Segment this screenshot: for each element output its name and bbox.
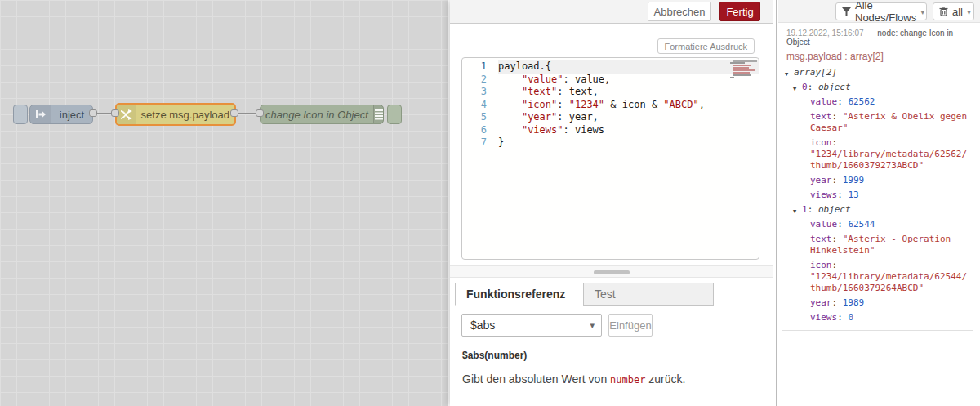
inject-output-port[interactable] <box>89 109 97 117</box>
tree-row: views: 13 <box>782 188 973 203</box>
tree-row: views: 0 <box>782 310 973 325</box>
collapse-caret-icon[interactable]: ▼ <box>793 83 796 95</box>
done-button[interactable]: Fertig <box>719 2 760 21</box>
change-output-port[interactable] <box>230 109 238 117</box>
debug-list-icon <box>373 105 384 123</box>
code-line: 5 "year": year, <box>462 111 759 124</box>
tree-row: text: "Asterix & Obelix gegen Caesar" <box>782 109 973 136</box>
cancel-button[interactable]: Abbrechen <box>648 2 711 21</box>
tab-test[interactable]: Test <box>583 283 714 306</box>
tree-row: ▼1: object <box>782 203 973 217</box>
insert-button[interactable]: Einfügen <box>608 314 653 337</box>
inject-node-label: inject <box>51 109 92 121</box>
debug-node[interactable]: change Icon in Object <box>260 105 384 124</box>
function-select[interactable]: $abs ▾ <box>461 314 602 337</box>
debug-enable-toggle[interactable] <box>387 105 402 124</box>
collapse-caret-icon[interactable]: ▼ <box>793 206 796 217</box>
panel-resize-handle[interactable] <box>594 270 630 274</box>
node-red-app: inject setze msg.payload change Icon in … <box>0 0 980 406</box>
code-line: 4 "icon": "1234" & icon & "ABCD", <box>462 99 759 112</box>
line-number: 7 <box>462 136 498 149</box>
change-input-port[interactable] <box>111 109 119 117</box>
debug-timestamp: 19.12.2022, 15:16:07 <box>786 29 864 38</box>
description-text-before: Gibt den absoluten Wert von <box>462 373 610 386</box>
tray-header: Abbrechen Fertig <box>450 0 773 24</box>
debug-node-label: change Icon in Object <box>261 109 373 121</box>
chevron-down-icon: ▾ <box>590 320 595 331</box>
line-number: 3 <box>462 86 498 99</box>
debug-sidebar: Alle Nodes/Flows ▾ all ▾ 19.12.2022, 15:… <box>773 0 980 406</box>
debug-input-port[interactable] <box>256 109 264 117</box>
tree-row: text: "Asterix - Operation Hinkelstein" <box>782 232 973 258</box>
sidebar-resize-separator[interactable] <box>776 0 777 406</box>
function-select-value: $abs <box>470 319 495 332</box>
tree-row: value: 62562 <box>782 95 973 109</box>
debug-message-path[interactable]: msg.payload : array[2] <box>782 48 973 65</box>
inject-trigger-button[interactable] <box>13 105 28 124</box>
reference-tabs: Funktionsreferenz Test <box>455 283 714 306</box>
debug-filter-label: Alle Nodes/Flows <box>855 0 916 24</box>
debug-clear-button[interactable]: all ▾ <box>933 2 974 20</box>
format-expression-button[interactable]: Formatiere Ausdruck <box>657 38 755 54</box>
line-number: 6 <box>462 124 498 137</box>
debug-message: 19.12.2022, 15:16:07 node: change Icon i… <box>782 25 973 331</box>
line-number: 1 <box>462 60 498 74</box>
debug-clear-label: all <box>952 6 963 18</box>
trash-icon <box>939 7 948 16</box>
debug-filter-button[interactable]: Alle Nodes/Flows ▾ <box>835 2 927 20</box>
function-description: Gibt den absoluten Wert von number zurüc… <box>462 373 685 386</box>
code-line: 2 "value": value, <box>462 74 759 87</box>
flow-canvas: inject setze msg.payload change Icon in … <box>0 0 448 406</box>
description-inline-code: number <box>610 374 645 386</box>
jsonata-code-editor[interactable]: 1payload.{2 "value": value,3 "text": tex… <box>461 57 760 260</box>
inject-node[interactable]: inject <box>29 105 93 124</box>
tree-row: value: 62544 <box>782 217 973 232</box>
editor-scrollbar[interactable] <box>733 60 757 62</box>
change-node-selected[interactable]: setze msg.payload <box>115 103 236 126</box>
chevron-down-icon: ▾ <box>920 7 924 16</box>
debug-toolbar: Alle Nodes/Flows ▾ all ▾ <box>778 0 980 23</box>
panel-divider <box>450 265 773 278</box>
code-lines: 1payload.{2 "value": value,3 "text": tex… <box>462 60 759 149</box>
expression-editor-tray: Abbrechen Fertig Formatiere Ausdruck 1pa… <box>450 0 773 406</box>
line-number: 4 <box>462 99 498 112</box>
debug-message-meta: 19.12.2022, 15:16:07 node: change Icon i… <box>782 25 973 48</box>
collapse-caret-icon[interactable]: ▼ <box>785 69 788 80</box>
tree-row: year: 1989 <box>782 296 973 310</box>
tree-row: ▼0: object <box>782 80 973 95</box>
description-text-after: zurück. <box>645 373 685 386</box>
line-number: 2 <box>462 74 498 87</box>
code-line: 6 "views": views <box>462 124 759 137</box>
code-line: 3 "text": text, <box>462 86 759 99</box>
code-line: 1payload.{ <box>462 60 759 74</box>
tree-row: icon: "1234/library/metadata/62544/thumb… <box>782 258 973 296</box>
tree-row: icon: "1234/library/metadata/62562/thumb… <box>782 136 973 173</box>
tree-row: ▼array[2] <box>782 65 973 80</box>
filter-icon <box>842 7 851 16</box>
editor-minimap[interactable] <box>730 62 753 79</box>
line-number: 5 <box>462 111 498 124</box>
change-icon <box>117 105 136 124</box>
change-node-label: setze msg.payload <box>136 109 234 121</box>
tree-row: year: 1999 <box>782 173 973 188</box>
tab-funktionsreferenz[interactable]: Funktionsreferenz <box>455 283 581 306</box>
function-signature: $abs(number) <box>462 350 527 361</box>
chevron-down-icon: ▾ <box>967 7 971 16</box>
debug-json-tree: ▼array[2]▼0: objectvalue: 62562text: "As… <box>782 65 973 325</box>
code-line: 7} <box>462 136 759 149</box>
inject-icon <box>30 105 51 123</box>
